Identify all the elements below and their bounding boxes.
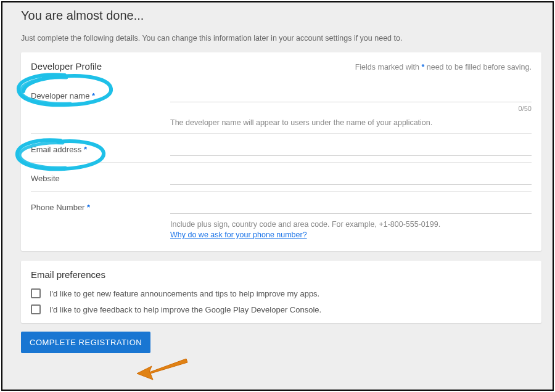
card-title-developer-profile: Developer Profile <box>31 61 102 71</box>
label-developer-name: Developer name * <box>31 89 170 100</box>
developer-profile-card: Developer Profile Fields marked with * n… <box>21 52 541 251</box>
page-title: You are almost done... <box>21 9 541 23</box>
asterisk-icon: * <box>87 203 90 212</box>
row-website: Website <box>31 162 532 191</box>
asterisk-icon: * <box>421 63 424 71</box>
checkbox-label-announcements: I'd like to get new feature announcement… <box>49 289 319 298</box>
row-phone: Phone Number * Include plus sign, countr… <box>31 191 532 248</box>
website-input[interactable] <box>170 171 532 185</box>
char-counter: 0/50 <box>170 105 532 112</box>
phone-hint: Include plus sign, country code and area… <box>170 220 532 229</box>
req-suffix: need to be filled before saving. <box>427 63 532 71</box>
label-phone: Phone Number * <box>31 200 170 212</box>
phone-info-link[interactable]: Why do we ask for your phone number? <box>170 231 307 239</box>
checkbox-label-feedback: I'd like to give feedback to help improv… <box>49 305 321 314</box>
row-email: Email address * <box>31 133 532 162</box>
checkbox-icon[interactable] <box>31 304 41 314</box>
card-title-email-prefs: Email preferences <box>31 269 532 280</box>
complete-registration-button[interactable]: COMPLETE REGISTRATION <box>21 332 150 353</box>
email-preferences-card: Email preferences I'd like to get new fe… <box>21 261 541 323</box>
checkbox-icon[interactable] <box>31 288 41 298</box>
developer-name-input[interactable] <box>170 89 532 102</box>
annotation-arrow-complete <box>133 356 189 382</box>
asterisk-icon: * <box>84 145 87 154</box>
label-email: Email address * <box>31 142 170 154</box>
phone-input[interactable] <box>170 200 532 214</box>
checkbox-row-announcements[interactable]: I'd like to get new feature announcement… <box>31 288 532 298</box>
required-fields-note: Fields marked with * need to be filled b… <box>355 63 532 71</box>
developer-name-hint: The developer name will appear to users … <box>170 118 532 127</box>
email-input[interactable] <box>170 142 532 156</box>
row-developer-name: Developer name * 0/50 The developer name… <box>31 80 532 133</box>
req-prefix: Fields marked with <box>355 63 422 71</box>
asterisk-icon: * <box>92 91 95 100</box>
label-website: Website <box>31 171 170 183</box>
checkbox-row-feedback[interactable]: I'd like to give feedback to help improv… <box>31 304 532 314</box>
page-subtitle: Just complete the following details. You… <box>21 34 541 43</box>
